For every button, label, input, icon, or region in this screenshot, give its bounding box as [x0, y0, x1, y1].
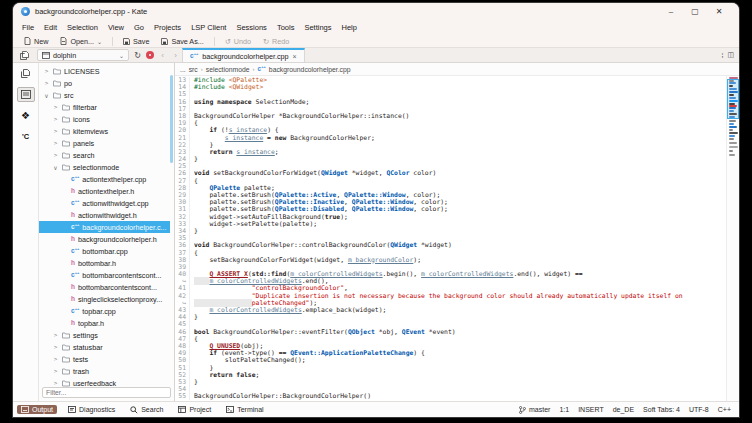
menu-file[interactable]: File [17, 20, 39, 35]
expand-icon[interactable]: > [52, 128, 59, 134]
tab-mode[interactable]: Soft Tabs: 4 [643, 406, 680, 413]
back-button[interactable]: ‹ [156, 48, 169, 62]
documents-stack-icon[interactable] [13, 48, 35, 62]
collapse-icon[interactable]: ∨ [43, 92, 50, 99]
tree-item-settings[interactable]: >settings [39, 329, 170, 341]
tree-item-actionwithwidget.cpp[interactable]: c++actionwithwidget.cpp [39, 197, 170, 209]
tree-item-statusbar[interactable]: >statusbar [39, 341, 170, 353]
code-view[interactable]: 13#include <QPalette>14#include <QWidget… [175, 76, 726, 401]
redo-button[interactable]: ↻ Redo [258, 36, 294, 47]
git-sidebar-button[interactable]: ❖ [17, 108, 35, 123]
tab-overflow-icon[interactable]: ⁞ [721, 52, 723, 59]
menu-selection[interactable]: Selection [62, 20, 103, 35]
tree-item-topbar.h[interactable]: htopbar.h [39, 317, 170, 329]
code-line-14[interactable]: 14#include <QWidget> [175, 84, 726, 91]
expand-icon[interactable]: > [52, 380, 59, 386]
menu-sessions[interactable]: Sessions [231, 20, 271, 35]
tree-item-singleclickselectionproxy[interactable]: hsingleclickselectionproxy... [39, 293, 170, 305]
menu-projects[interactable]: Projects [149, 20, 186, 35]
tree-filter-input[interactable] [42, 387, 171, 398]
menu-view[interactable]: View [103, 20, 129, 35]
open-button[interactable]: Open... ⌄ [55, 36, 107, 47]
toolview-output-button[interactable]: Output [17, 405, 57, 414]
undo-button[interactable]: ↺ Undo [220, 36, 256, 47]
tree-item-bottombar.h[interactable]: hbottombar.h [39, 257, 170, 269]
tree-item-selectionmode[interactable]: ∨selectionmode [39, 161, 170, 173]
code-line-55[interactable]: 55BackgroundColorHelper::BackgroundColor… [175, 393, 726, 400]
minimize-button[interactable]: – [659, 3, 683, 20]
code-line-16[interactable]: 16using namespace SelectionMode; [175, 99, 726, 106]
tree-item-search[interactable]: >search [39, 149, 170, 161]
expand-icon[interactable]: > [52, 368, 59, 374]
tree-item-bottombarcontentscont[interactable]: c++bottombarcontentscont... [39, 269, 170, 281]
tree-item-panels[interactable]: >panels [39, 137, 170, 149]
maximize-button[interactable]: ▢ [683, 3, 707, 20]
code-line-36[interactable]: 36void BackgroundColorHelper::controlBac… [175, 242, 726, 249]
menu-settings[interactable]: Settings [299, 20, 336, 35]
code-line-33[interactable]: 33 widget->setPalette(palette); [175, 221, 726, 228]
git-branch-status[interactable]: master [519, 406, 550, 414]
menu-edit[interactable]: Edit [39, 20, 62, 35]
tree-item-bottombarcontentscont[interactable]: hbottombarcontentscont... [39, 281, 170, 293]
tree-item-po[interactable]: >po [39, 77, 170, 89]
code-line-23[interactable]: 23 return s_instance; [175, 149, 726, 156]
tree-item-actiontexthelper.cpp[interactable]: c++actiontexthelper.cpp [39, 173, 170, 185]
tree-scrollbar[interactable] [170, 75, 173, 163]
code-line-50[interactable]: 50 slotPaletteChanged(); [175, 357, 726, 364]
minimap-scrollbar[interactable] [726, 76, 739, 401]
documents-sidebar-button[interactable] [17, 66, 35, 81]
toolview-diagnostics-button[interactable]: Diagnostics [64, 405, 119, 414]
menu-go[interactable]: Go [129, 20, 149, 35]
menu-help[interactable]: Help [337, 20, 362, 35]
expand-icon[interactable]: > [52, 332, 59, 338]
tree-item-kitemviews[interactable]: >kitemviews [39, 125, 170, 137]
code-line-44[interactable]: 44} [175, 314, 726, 321]
tree-item-actionwithwidget.h[interactable]: hactionwithwidget.h [39, 209, 170, 221]
breadcrumb-overflow[interactable]: ... [180, 66, 186, 73]
code-line-46[interactable]: 46bool BackgroundColorHelper::eventFilte… [175, 329, 726, 336]
expand-icon[interactable]: > [52, 356, 59, 362]
symbols-sidebar-button[interactable]: 'C [17, 129, 35, 144]
expand-icon[interactable]: > [52, 344, 59, 350]
code-line-24[interactable]: 24} [175, 156, 726, 163]
reload-project-button[interactable]: ↻ [131, 48, 144, 62]
error-badge[interactable] [146, 51, 154, 59]
expand-icon[interactable]: > [52, 104, 59, 110]
toolview-project-button[interactable]: Project [174, 405, 215, 414]
tree-item-src[interactable]: ∨src [39, 89, 170, 101]
cursor-position[interactable]: 1:1 [559, 406, 569, 413]
split-view-icon[interactable]: ◫ [727, 51, 734, 59]
breadcrumb-src[interactable]: src [189, 66, 198, 73]
tab-close-icon[interactable]: × [293, 53, 297, 60]
expand-icon[interactable]: > [43, 80, 50, 86]
toolview-search-button[interactable]: Search [126, 405, 167, 415]
code-line-34[interactable]: 34} [175, 228, 726, 235]
dictionary[interactable]: de_DE [613, 406, 634, 413]
tree-item-actiontexthelper.h[interactable]: hactiontexthelper.h [39, 185, 170, 197]
highlight-mode[interactable]: C++ [718, 406, 731, 413]
input-mode[interactable]: INSERT [578, 406, 604, 413]
code-line-52[interactable]: 52 return false; [175, 372, 726, 379]
menu-lsp-client[interactable]: LSP Client [186, 20, 231, 35]
tree-item-backgroundcolorhelper.c[interactable]: c++backgroundcolorhelper.c... [39, 221, 170, 233]
close-button[interactable]: ✕ [707, 3, 731, 20]
expand-icon[interactable]: > [52, 116, 59, 122]
collapse-icon[interactable]: ∨ [52, 164, 59, 171]
tree-item-bottombar.cpp[interactable]: c++bottombar.cpp [39, 245, 170, 257]
tree-item-icons[interactable]: >icons [39, 113, 170, 125]
expand-icon[interactable]: > [52, 140, 59, 146]
breadcrumb-selectionmode[interactable]: selectionmode [206, 66, 250, 73]
save-as-button[interactable]: Save As... [156, 36, 208, 47]
expand-icon[interactable]: > [43, 68, 50, 74]
new-button[interactable]: New [19, 36, 53, 47]
open-dropdown-icon[interactable]: ⌄ [97, 38, 102, 45]
breadcrumb-file[interactable]: backgroundcolorhelper.cpp [269, 66, 351, 73]
expand-icon[interactable]: > [52, 152, 59, 158]
encoding[interactable]: UTF-8 [689, 406, 709, 413]
tab-backgroundcolorhelper[interactable]: c++ backgroundcolorhelper.cpp × [182, 48, 305, 62]
project-selector[interactable]: dolphin ⌄ [37, 49, 129, 61]
tree-item-topbar.cpp[interactable]: c++topbar.cpp [39, 305, 170, 317]
tree-item-trash[interactable]: >trash [39, 365, 170, 377]
forward-button[interactable]: › [169, 48, 182, 62]
code-line-21[interactable]: 21 s_instance = new BackgroundColorHelpe… [175, 135, 726, 142]
